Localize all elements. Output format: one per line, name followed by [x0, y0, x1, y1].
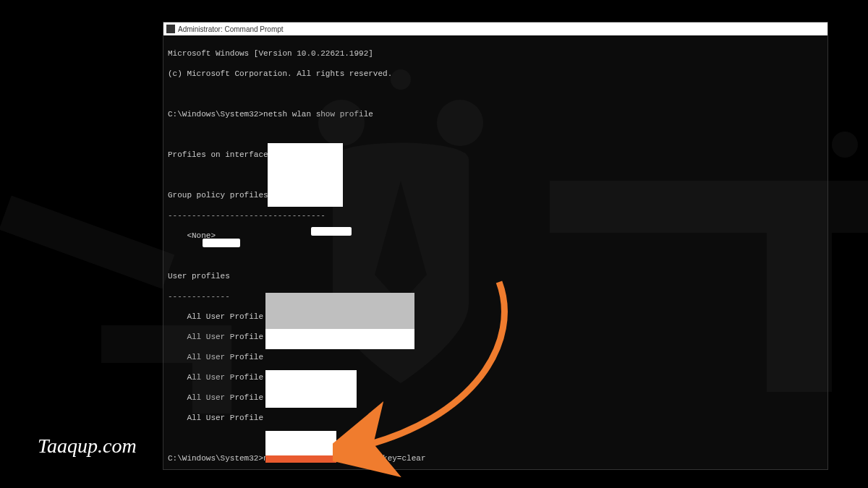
profile-row: All User Profile	[168, 352, 823, 362]
svg-point-6	[832, 132, 858, 158]
redaction-block	[265, 329, 414, 349]
redaction-block	[311, 227, 352, 236]
prompt-line: C:\Windows\System32>netsh wlan show prof…	[168, 109, 823, 119]
terminal-output[interactable]: Microsoft Windows [Version 10.0.22621.19…	[163, 35, 827, 488]
cmd-icon	[166, 25, 175, 33]
highlight-block	[265, 455, 336, 463]
text-line: User profiles	[168, 271, 823, 281]
blank-line	[168, 170, 823, 180]
window-titlebar[interactable]: Administrator: Command Prompt	[163, 22, 827, 35]
blank-line	[168, 251, 823, 261]
text-line: Profiles on interface Wi-Fi:	[168, 150, 823, 160]
redaction-block	[268, 143, 343, 207]
separator-line: ---------------------------------	[168, 210, 823, 221]
blank-line	[168, 474, 823, 484]
redaction-block	[265, 431, 336, 455]
redaction-block	[203, 239, 240, 247]
command-prompt-window: Administrator: Command Prompt Microsoft …	[163, 22, 828, 470]
text-line: <None>	[168, 231, 823, 241]
window-title: Administrator: Command Prompt	[178, 25, 284, 33]
text-line: (c) Microsoft Corporation. All rights re…	[168, 69, 823, 79]
profile-row: All User Profile	[168, 413, 823, 423]
redaction-block	[265, 293, 414, 329]
watermark-site-text: Taaqup.com	[38, 435, 137, 458]
blank-line	[168, 89, 823, 99]
svg-rect-3	[0, 195, 174, 288]
text-line: Microsoft Windows [Version 10.0.22621.19…	[168, 48, 823, 59]
text-line: Group policy profiles (read only)	[168, 190, 823, 200]
redaction-block	[265, 370, 357, 408]
blank-line	[168, 129, 823, 140]
